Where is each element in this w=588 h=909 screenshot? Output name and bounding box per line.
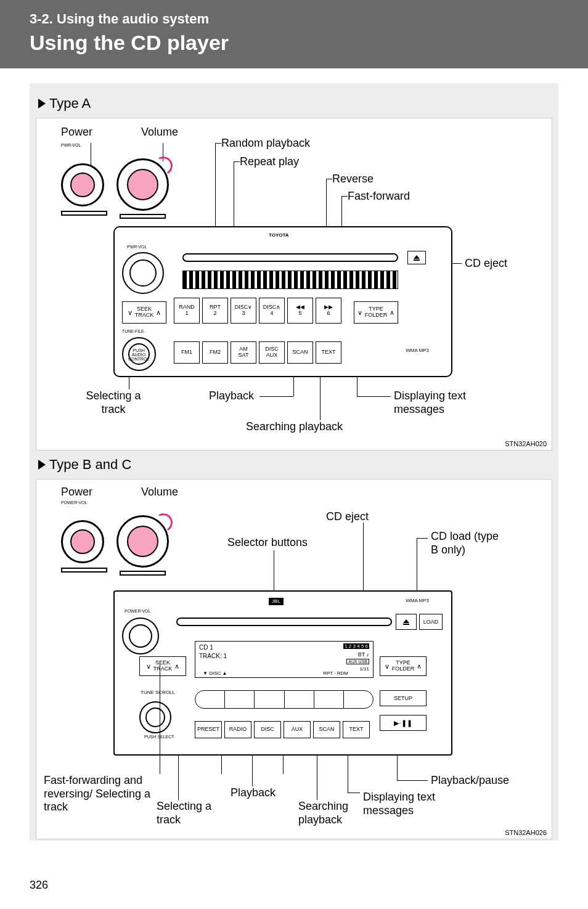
label-volume: Volume xyxy=(141,126,178,139)
label-selector: Selector buttons xyxy=(227,536,308,549)
tune-scroll-label: TUNE SCROLL xyxy=(141,690,175,695)
rev-5-button[interactable]: ◀◀5 xyxy=(287,298,313,324)
jbl-badge: JBL xyxy=(269,598,284,605)
page-header: 3-2. Using the audio system Using the CD… xyxy=(0,0,588,68)
powervol-tiny-label: POWER·VOL xyxy=(61,500,87,505)
volume-arc-icon xyxy=(152,155,175,177)
stereo-unit-b: JBL WMA MP3 POWER·VOL LOAD CD 1 TRACK: 1 xyxy=(113,590,452,756)
selector-button-strip[interactable] xyxy=(195,690,374,709)
type-bc-label: Type B and C xyxy=(49,457,131,473)
fm2-button[interactable]: FM2 xyxy=(202,341,228,364)
load-button[interactable]: LOAD xyxy=(419,614,443,630)
display-strip xyxy=(182,271,398,289)
label-search-b: Searching playback xyxy=(298,800,360,826)
type-folder-button[interactable]: ∨ TYPEFOLDER ∧ xyxy=(354,301,398,324)
text-button[interactable]: TEXT xyxy=(316,341,341,364)
eject-icon xyxy=(414,255,420,259)
type-bc-heading: Type B and C xyxy=(36,450,552,479)
stereo-unit-a: TOYOTA PWR·VOL ∨ xyxy=(113,226,452,377)
fm1-button[interactable]: FM1 xyxy=(174,341,200,364)
label-playback-b: Playback xyxy=(231,786,276,799)
preset-button[interactable]: PRESET xyxy=(195,721,222,738)
volume-arc-icon-b xyxy=(152,512,175,534)
label-random: Random playback xyxy=(221,137,310,150)
label-search: Searching playback xyxy=(246,420,343,433)
seek-track-button-b[interactable]: ∨ SEEKTRACK ∧ xyxy=(139,656,186,676)
label-repeat: Repeat play xyxy=(240,155,299,168)
content-area: Type A Power Volume Random playback Repe… xyxy=(0,68,588,841)
am-sat-button[interactable]: AMSAT xyxy=(231,341,256,364)
display-disc-numbers: 1 2 3 4 5 6 xyxy=(343,643,369,649)
display-track-text: TRACK: 1 xyxy=(199,653,227,659)
seek-track-button[interactable]: ∨ SEEKTRACK ∧ xyxy=(122,301,166,324)
label-display-text: Displaying text messages xyxy=(394,389,480,416)
label-playpause: Playback/pause xyxy=(431,774,509,787)
eject-icon-b xyxy=(403,619,409,623)
label-display-text-b: Displaying text messages xyxy=(363,791,455,817)
page-number: 326 xyxy=(30,879,48,892)
pwrvol-tiny-label: PWR·VOL xyxy=(61,143,81,147)
tunefile-label: TUNE·FILE xyxy=(122,329,144,333)
label-select-track: Selecting a track xyxy=(86,389,141,416)
cd-slot xyxy=(182,253,398,262)
label-load: CD load (type B only) xyxy=(431,530,505,556)
pwrvol-knob[interactable] xyxy=(122,252,164,294)
volume-knob-large xyxy=(116,158,169,211)
wma-mp3-label: WMA MP3 xyxy=(406,348,429,353)
cd-slot-b xyxy=(176,618,392,626)
volume-knob-large-b xyxy=(116,515,169,568)
fwd-6-button[interactable]: ▶▶6 xyxy=(316,298,341,324)
setup-button[interactable]: SETUP xyxy=(380,690,427,706)
powervol-panel-label: POWER·VOL xyxy=(125,609,150,613)
tune-knob-b[interactable] xyxy=(139,701,171,733)
display-track-count: 1/11 xyxy=(359,666,369,672)
text-button-b[interactable]: TEXT xyxy=(343,721,370,738)
label-power-b: Power xyxy=(61,486,92,499)
radio-button[interactable]: RADIO xyxy=(224,721,251,738)
section-number: 3-2. Using the audio system xyxy=(30,11,588,27)
pwrvol-knob-b[interactable] xyxy=(122,618,159,654)
disc-down-3-button[interactable]: DISC∨3 xyxy=(231,298,256,324)
type-a-heading: Type A xyxy=(36,89,552,118)
display-aux-usb: AUX USB xyxy=(346,659,369,664)
gray-background-panel: Type A Power Volume Random playback Repe… xyxy=(30,83,558,841)
label-eject-b: CD eject xyxy=(326,510,369,523)
brand-label: TOYOTA xyxy=(269,232,289,238)
label-power: Power xyxy=(61,126,92,139)
rand-1-button[interactable]: RAND1 xyxy=(174,298,200,324)
type-a-label: Type A xyxy=(49,96,91,112)
disc-aux-button[interactable]: DISCAUX xyxy=(259,341,285,364)
push-audio-label: PUSH AUDIO CONTROL xyxy=(127,348,150,361)
disc-up-4-button[interactable]: DISC∧4 xyxy=(259,298,285,324)
eject-button[interactable] xyxy=(407,251,426,264)
image-code-a: STN32AH020 xyxy=(505,440,547,447)
pwrvol-panel-label: PWR·VOL xyxy=(127,245,147,249)
disc-button[interactable]: DISC xyxy=(254,721,281,738)
label-eject: CD eject xyxy=(465,257,507,270)
scan-button-b[interactable]: SCAN xyxy=(313,721,340,738)
rpt-2-button[interactable]: RPT2 xyxy=(202,298,228,324)
power-knob-large-b xyxy=(61,520,104,563)
eject-button-b[interactable] xyxy=(396,614,417,630)
label-ffwd: Fast-forward xyxy=(348,190,410,203)
wma-mp3-label-b: WMA MP3 xyxy=(406,598,429,603)
power-knob-large xyxy=(61,163,104,206)
label-ffrev: Fast-forwarding and reversing/ Selecting… xyxy=(44,774,155,814)
display-bt-icon: BT ♪ xyxy=(358,651,369,658)
section-title: Using the CD player xyxy=(30,31,588,55)
play-pause-button[interactable]: ▶·❚❚ xyxy=(380,715,427,731)
diagram-type-bc: Power Volume CD eject Selector buttons C… xyxy=(36,479,552,839)
display-cd-text: CD 1 xyxy=(199,644,213,651)
label-reverse: Reverse xyxy=(332,173,374,185)
label-playback: Playback xyxy=(209,389,254,402)
type-folder-button-b[interactable]: ∨ TYPEFOLDER ∧ xyxy=(380,656,427,676)
label-volume-b: Volume xyxy=(141,486,178,499)
triangle-icon xyxy=(38,99,46,108)
diagram-type-a: Power Volume Random playback Repeat play… xyxy=(36,118,552,450)
triangle-icon xyxy=(38,460,46,470)
scan-button[interactable]: SCAN xyxy=(287,341,313,364)
image-code-b: STN32AH026 xyxy=(505,829,547,836)
display-screen: CD 1 TRACK: 1 1 2 3 4 5 6 BT ♪ AUX USB 1… xyxy=(195,641,374,678)
label-select-track-b: Selecting a track xyxy=(157,800,224,826)
aux-button[interactable]: AUX xyxy=(284,721,311,738)
